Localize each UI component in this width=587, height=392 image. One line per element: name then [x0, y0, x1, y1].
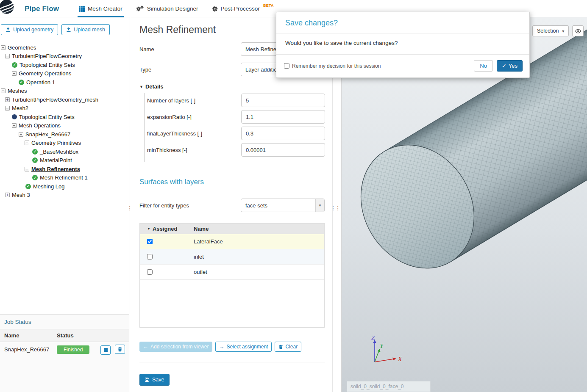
- sidebar-splitter-handle[interactable]: ⋮: [128, 202, 132, 213]
- chevron-down-icon: ▼: [315, 199, 324, 212]
- button-label: Clear: [285, 344, 298, 350]
- tree-item-basemeshbox[interactable]: ✓ _BaseMeshBox: [0, 147, 130, 156]
- table-empty-area: [140, 280, 324, 327]
- field-label: finalLayerThickness [-]: [145, 130, 241, 137]
- collapse-icon[interactable]: −: [5, 106, 10, 110]
- tree-item-mesh-refinement-1[interactable]: ✓ Mesh Refinement 1: [0, 174, 130, 182]
- tree-item-mesh-operations[interactable]: − Mesh Operations: [0, 121, 130, 130]
- collapse-icon[interactable]: −: [1, 88, 6, 93]
- assigned-checkbox[interactable]: [147, 254, 153, 259]
- gears-icon: [136, 6, 144, 12]
- main-tabs: Mesh Creator: [78, 0, 275, 17]
- no-button[interactable]: No: [474, 60, 493, 72]
- divider: [139, 335, 325, 335]
- select-assignment-button[interactable]: → Select assignment: [215, 342, 272, 352]
- remember-decision-checkbox[interactable]: [284, 63, 289, 69]
- table-row-lateralface[interactable]: LateralFace: [140, 234, 324, 249]
- tab-post-processor[interactable]: Post-Processor BETA: [211, 0, 275, 17]
- remember-decision-option[interactable]: Remember my decision for this session: [284, 63, 381, 69]
- save-button[interactable]: Save: [139, 374, 170, 386]
- assigned-checkbox[interactable]: [147, 269, 153, 275]
- tree-item-geometry-primitives[interactable]: − Geometry Primitives: [0, 139, 130, 148]
- filter-row: Filter for entity types face sets ▼: [139, 199, 325, 212]
- clear-button[interactable]: Clear: [275, 342, 301, 352]
- name-column-label[interactable]: Name: [194, 226, 209, 232]
- collapse-icon[interactable]: −: [25, 141, 29, 145]
- surface-name: LateralFace: [194, 238, 223, 245]
- tree-item-materialpoint[interactable]: ✓ MaterialPoint: [0, 156, 130, 165]
- details-header[interactable]: ▼ Details: [139, 83, 325, 90]
- button-label: Yes: [509, 63, 517, 69]
- viewer-toolbar: | Selection ▾: [527, 25, 587, 36]
- sort-descending-icon[interactable]: ▼: [147, 227, 150, 231]
- show-hide-button[interactable]: [572, 25, 584, 36]
- job-delete-button[interactable]: [115, 345, 125, 354]
- tree-item-label: TurbulentPipeFlowGeometry: [12, 53, 82, 59]
- detail-field-min-thickness: minThickness [-]: [145, 143, 325, 157]
- tree-item-geometries[interactable]: − Geometries: [0, 43, 130, 52]
- job-view-button[interactable]: [100, 345, 111, 355]
- assigned-column-label[interactable]: Assigned: [153, 226, 178, 232]
- collapse-icon[interactable]: −: [5, 54, 10, 58]
- tree-item-meshing-log[interactable]: ✓ Meshing Log: [0, 182, 130, 191]
- divider: [139, 362, 325, 362]
- entity-type-select[interactable]: face sets ▼: [241, 199, 325, 212]
- upload-icon: [66, 27, 71, 32]
- app-root: Pipe Flow Mesh Creator: [0, 0, 587, 392]
- tree-item-label: Topological Entity Sets: [19, 114, 75, 120]
- tab-simulation-designer[interactable]: Simulation Designer: [135, 0, 200, 17]
- status-badge: Finished: [57, 345, 89, 354]
- viewer-splitter-handle[interactable]: ⋮: [336, 202, 340, 213]
- tree-item-topological-entity-sets-mesh2[interactable]: Topological Entity Sets: [0, 113, 130, 121]
- app-title: Pipe Flow: [25, 0, 59, 17]
- tree-item-label: Meshing Log: [33, 183, 64, 190]
- dialog-message: Would you like to save the current chang…: [276, 33, 529, 55]
- table-row-outlet[interactable]: outlet: [140, 265, 324, 280]
- grid-icon: [79, 6, 85, 12]
- tree-item-mesh-3[interactable]: + Mesh 3: [0, 191, 130, 200]
- tree-item-label: Operation 1: [26, 79, 55, 86]
- entity-set-dot-icon: [12, 114, 17, 119]
- expand-icon[interactable]: +: [5, 97, 10, 102]
- upload-mesh-button[interactable]: Upload mesh: [61, 24, 110, 35]
- triangle-down-icon: ▼: [139, 85, 143, 89]
- yes-button[interactable]: ✓ Yes: [497, 60, 523, 72]
- detail-field-expansion-ratio: expansionRatio [-]: [145, 110, 325, 124]
- tab-mesh-creator[interactable]: Mesh Creator: [78, 0, 124, 17]
- tree-item-label: Mesh Refinement 1: [40, 174, 88, 181]
- button-label: Save: [152, 377, 164, 383]
- project-tree: − Geometries − TurbulentPipeFlowGeometry…: [0, 43, 130, 199]
- tree-item-meshes[interactable]: − Meshes: [0, 87, 130, 96]
- tree-item-operation-1[interactable]: ✓ Operation 1: [0, 78, 130, 87]
- arrow-left-icon: ←: [143, 344, 148, 350]
- table-row-inlet[interactable]: inlet: [140, 249, 324, 265]
- expansion-ratio-input[interactable]: [241, 110, 325, 124]
- collapse-icon[interactable]: −: [19, 132, 23, 137]
- collapse-icon[interactable]: −: [12, 71, 17, 76]
- tree-item-snaphex-re6667[interactable]: − SnapHex_Re6667: [0, 130, 130, 139]
- tree-item-mesh2[interactable]: − Mesh2: [0, 104, 130, 113]
- field-label: expansionRatio [-]: [145, 114, 241, 120]
- final-layer-thickness-input[interactable]: [241, 127, 325, 140]
- upload-geometry-button[interactable]: Upload geometry: [1, 24, 58, 35]
- collapse-icon[interactable]: −: [1, 45, 6, 50]
- tree-item-mesh-refinements[interactable]: − Mesh Refinements: [0, 165, 130, 174]
- job-status-header: Name Status: [0, 329, 129, 342]
- tree-item-topological-entity-sets[interactable]: ✓ Topological Entity Sets: [0, 61, 130, 69]
- details-body: Number of layers [-] expansionRatio [-] …: [144, 93, 325, 162]
- tree-item-geometry-operations[interactable]: − Geometry Operations: [0, 69, 130, 78]
- panel-scroll-handle[interactable]: ⋮: [331, 202, 335, 213]
- field-label: minThickness [-]: [145, 147, 241, 153]
- tree-item-turbulentpipeflowgeometry[interactable]: − TurbulentPipeFlowGeometry: [0, 52, 130, 61]
- selection-mode-dropdown[interactable]: Selection ▾: [532, 25, 569, 36]
- app-logo-icon: [0, 0, 17, 19]
- add-selection-button[interactable]: ← Add selection from viewer: [139, 342, 212, 352]
- collapse-icon[interactable]: −: [12, 123, 17, 128]
- surface-name: inlet: [194, 254, 204, 260]
- expand-icon[interactable]: +: [5, 193, 10, 197]
- tree-item-turbulentpipeflowgeometry-mesh[interactable]: + TurbulentPipeFlowGeometry_mesh: [0, 95, 130, 104]
- number-of-layers-input[interactable]: [241, 94, 325, 107]
- assigned-checkbox[interactable]: [147, 239, 153, 244]
- collapse-icon[interactable]: −: [25, 167, 29, 171]
- min-thickness-input[interactable]: [241, 143, 325, 157]
